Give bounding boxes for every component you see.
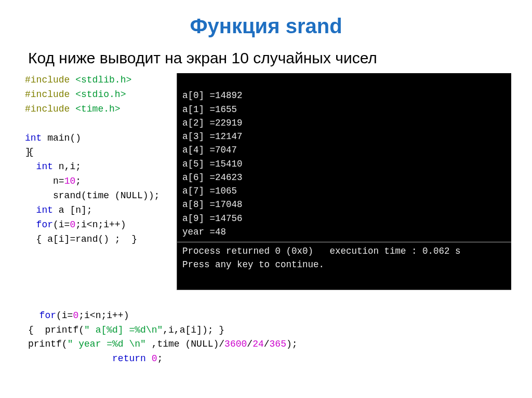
console-divider (177, 242, 511, 242)
for-body: { a[i]=rand() ; } (36, 234, 137, 244)
number: 24 (252, 339, 264, 349)
semi: ; (75, 176, 81, 186)
console-line: a[8] =17048 (182, 199, 243, 210)
keyword-int: int (36, 161, 59, 172)
keyword-int: int (25, 133, 47, 143)
include-arg: <stdio.h> (75, 89, 126, 100)
include-kw: #include (25, 75, 75, 85)
code-pane: #include <stdlib.h> #include <stdio.h> #… (21, 73, 177, 247)
console-line: year =48 (182, 227, 226, 237)
include-kw: #include (25, 104, 75, 114)
content-row: #include <stdlib.h> #include <stdio.h> #… (21, 73, 511, 290)
number: 0 (70, 219, 75, 230)
keyword-for: for (39, 310, 56, 321)
number: 0 (152, 353, 157, 364)
console-output: a[0] =14892 a[1] =1655 a[2] =22919 a[3] … (177, 73, 511, 290)
console-line: a[6] =24623 (182, 172, 243, 183)
console-line: a[2] =22919 (182, 118, 243, 128)
console-line: a[7] =1065 (182, 186, 237, 196)
keyword-int: int (36, 205, 59, 215)
include-kw: #include (25, 89, 75, 100)
console-prompt: Press any key to continue. (182, 259, 324, 270)
for-part: (i= (53, 219, 70, 230)
for-part: ;i<n;i++) (75, 219, 126, 230)
printf-rest: ,i,a[i]); } (163, 325, 224, 335)
console-line: a[9] =14756 (182, 213, 243, 224)
assign: n= (53, 176, 64, 186)
console-line: a[3] =12147 (182, 131, 243, 142)
number: 1 (64, 176, 70, 186)
number: 0 (70, 176, 75, 186)
string: " year =%d \n" (68, 339, 146, 349)
slide-subtitle: Код ниже выводит на экран 10 случайных ч… (28, 49, 511, 67)
printf-rest: ,time (NULL)/ (146, 339, 224, 349)
op: / (247, 339, 252, 349)
console-line: a[5] =15410 (182, 159, 243, 169)
include-arg: <stdlib.h> (75, 75, 131, 85)
keyword-return: return (112, 353, 152, 364)
console-line: a[4] =7047 (182, 145, 237, 155)
for-part: (i= (56, 310, 73, 321)
code-pane-lower: for(i=0;i<n;i++) { printf(" a[%d] =%d\n"… (21, 294, 511, 366)
printf-open: { printf( (28, 325, 84, 335)
console-status: Process returned 0 (0x0) execution time … (182, 246, 461, 256)
keyword-for: for (36, 219, 53, 230)
semi: ); (286, 339, 298, 349)
console-line: a[1] =1655 (182, 104, 237, 115)
number: 0 (73, 310, 78, 321)
brace: { (28, 147, 34, 157)
console-line: a[0] =14892 (182, 90, 243, 101)
slide-title: Функция srand (21, 15, 511, 38)
number: 365 (270, 339, 286, 349)
semi: ; (157, 353, 163, 364)
string: " a[%d] =%d\n" (84, 325, 163, 335)
paren: () (70, 133, 81, 143)
include-arg: <time.h> (75, 104, 120, 114)
op: / (264, 339, 270, 349)
array-decl: a [n]; (59, 205, 92, 215)
srand-call: srand(time (NULL)); (53, 190, 159, 201)
printf-open: printf( (28, 339, 68, 349)
for-part: ;i<n;i++) (78, 310, 129, 321)
decl: n,i; (59, 161, 81, 172)
number: 3600 (224, 339, 247, 349)
fn-name: main (47, 133, 70, 143)
